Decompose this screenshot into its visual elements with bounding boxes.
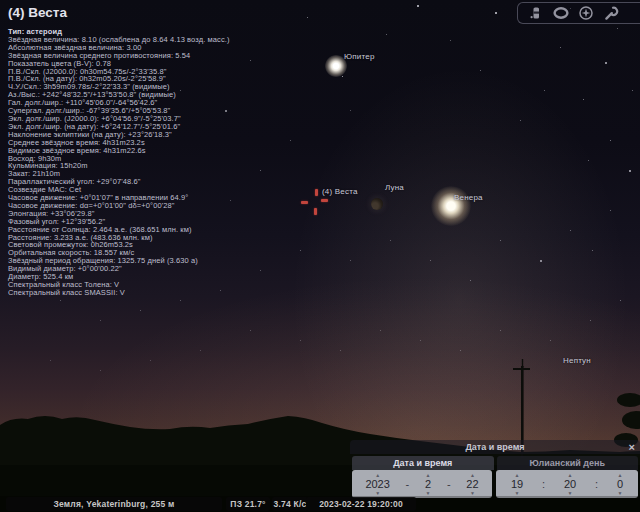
month-value[interactable]: 2 bbox=[425, 478, 431, 491]
jupiter-label: Юпитер bbox=[344, 53, 375, 61]
minute-value[interactable]: 20 bbox=[564, 478, 576, 491]
ocular-icon[interactable] bbox=[553, 5, 569, 21]
object-info-panel: (4) Веста Тип: астероидЗвёздная величина… bbox=[8, 5, 338, 297]
star bbox=[500, 330, 501, 331]
star bbox=[200, 350, 201, 351]
date-separator: - bbox=[405, 478, 411, 490]
venus-planet[interactable] bbox=[431, 186, 471, 226]
second-spinner: ▲ 0 ▼ bbox=[617, 473, 623, 496]
fps-status: 3.74 К/с bbox=[272, 497, 308, 511]
hour-value[interactable]: 19 bbox=[511, 478, 523, 491]
object-info-lines: Тип: астероидЗвёздная величина: 8.10 (ос… bbox=[8, 28, 338, 297]
datetime-window-titlebar[interactable]: Дата и время × bbox=[350, 440, 640, 454]
star bbox=[583, 99, 584, 100]
stellarium-app: Юпитер (4) Веста Луна Венера Нептун (4) … bbox=[0, 0, 640, 512]
star bbox=[100, 320, 101, 321]
star bbox=[610, 140, 611, 141]
star bbox=[590, 320, 591, 321]
object-info-line: Спектральный класс SMASSII: V bbox=[8, 289, 338, 297]
time-separator: : bbox=[594, 478, 599, 490]
star bbox=[495, 12, 497, 14]
month-spinner: ▲ 2 ▼ bbox=[425, 473, 431, 496]
location-status[interactable]: Земля, Yekaterinburg, 255 м bbox=[6, 497, 222, 511]
star bbox=[390, 240, 391, 241]
star bbox=[470, 280, 471, 281]
datetime-status[interactable]: 2023-02-22 19:20:00 UTC+05:00 bbox=[306, 497, 416, 511]
plugin-toolbar bbox=[517, 2, 640, 24]
object-info-title: (4) Веста bbox=[8, 5, 338, 20]
month-down-arrow[interactable]: ▼ bbox=[426, 491, 431, 496]
day-down-arrow[interactable]: ▼ bbox=[470, 491, 475, 496]
star bbox=[560, 47, 561, 48]
star bbox=[610, 210, 611, 211]
star bbox=[140, 310, 141, 311]
star bbox=[342, 76, 343, 77]
star bbox=[588, 160, 589, 161]
second-value[interactable]: 0 bbox=[617, 478, 623, 491]
minute-down-arrow[interactable]: ▼ bbox=[568, 491, 573, 496]
fov-status[interactable]: ПЗ 21.7° bbox=[226, 497, 270, 511]
day-spinner: ▲ 22 ▼ bbox=[466, 473, 478, 496]
battery-icon[interactable] bbox=[528, 5, 544, 21]
compass-rose-icon[interactable] bbox=[578, 5, 594, 21]
minute-spinner: ▲ 20 ▼ bbox=[564, 473, 576, 496]
star bbox=[60, 300, 61, 301]
branch-silhouette bbox=[617, 393, 640, 407]
star bbox=[592, 250, 593, 251]
star bbox=[570, 230, 571, 231]
year-spinner: ▲ 2023 ▼ bbox=[365, 473, 389, 496]
wrench-icon[interactable] bbox=[603, 5, 619, 21]
star bbox=[550, 340, 551, 341]
star bbox=[620, 300, 621, 301]
time-separator: : bbox=[541, 478, 546, 490]
star bbox=[350, 260, 351, 261]
moon-label: Луна bbox=[385, 184, 404, 192]
star bbox=[386, 34, 387, 35]
hour-down-arrow[interactable]: ▼ bbox=[515, 491, 520, 496]
status-bar: Земля, Yekaterinburg, 255 м ПЗ 21.7° 3.7… bbox=[0, 496, 640, 512]
datetime-tabs: Дата и время Юлианский день bbox=[352, 456, 638, 470]
star bbox=[540, 260, 542, 262]
star bbox=[340, 350, 341, 351]
venus-label: Венера bbox=[454, 194, 483, 202]
day-value[interactable]: 22 bbox=[466, 478, 478, 491]
star bbox=[629, 170, 631, 172]
neptune-label: Нептун bbox=[563, 357, 591, 365]
star bbox=[430, 260, 431, 261]
star bbox=[350, 110, 351, 111]
star bbox=[300, 340, 301, 341]
star bbox=[605, 62, 607, 64]
star bbox=[632, 90, 633, 91]
star bbox=[100, 370, 101, 371]
star bbox=[520, 120, 521, 121]
year-value[interactable]: 2023 bbox=[365, 478, 389, 491]
date-spinner-panel: ▲ 2023 ▼ - ▲ 2 ▼ - ▲ 22 ▼ bbox=[352, 470, 492, 498]
moon-disc[interactable] bbox=[371, 198, 383, 210]
time-spinner-panel: ▲ 19 ▼ : ▲ 20 ▼ : ▲ 0 ▼ bbox=[496, 470, 638, 498]
star bbox=[460, 350, 461, 351]
tab-date-time[interactable]: Дата и время bbox=[352, 456, 494, 470]
star bbox=[50, 360, 51, 361]
hour-spinner: ▲ 19 ▼ bbox=[511, 473, 523, 496]
star bbox=[617, 28, 618, 29]
star bbox=[420, 340, 421, 341]
star bbox=[150, 360, 151, 361]
close-icon[interactable]: × bbox=[629, 440, 635, 454]
star bbox=[417, 5, 419, 7]
star bbox=[250, 330, 251, 331]
star bbox=[544, 90, 545, 91]
date-separator: - bbox=[446, 478, 452, 490]
star bbox=[480, 70, 481, 71]
tab-julian-day[interactable]: Юлианский день bbox=[497, 456, 639, 470]
datetime-window-title: Дата и время bbox=[350, 442, 640, 452]
star bbox=[180, 300, 181, 301]
year-down-arrow[interactable]: ▼ bbox=[375, 491, 380, 496]
star bbox=[450, 40, 451, 41]
second-down-arrow[interactable]: ▼ bbox=[618, 491, 623, 496]
star bbox=[500, 240, 501, 241]
star bbox=[380, 330, 381, 331]
